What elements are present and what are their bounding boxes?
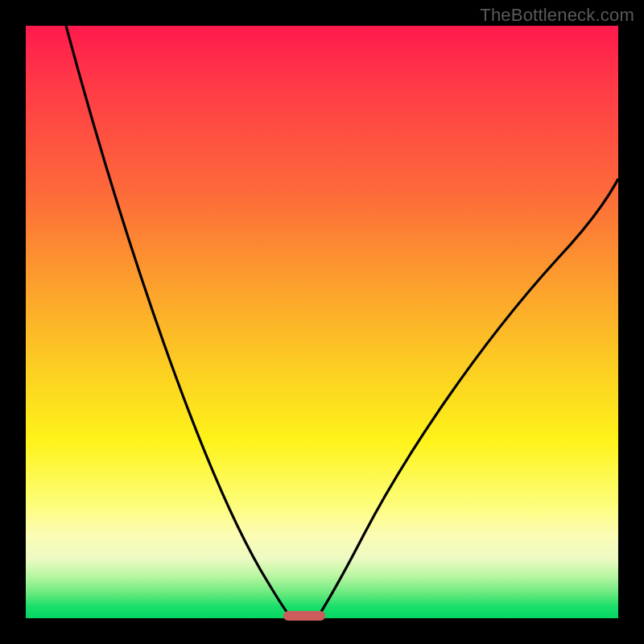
bottleneck-curve [26, 26, 618, 618]
optimal-range-marker [283, 611, 325, 621]
right-curve [317, 179, 618, 618]
attribution-label: TheBottleneck.com [480, 5, 634, 26]
left-curve [66, 26, 291, 618]
plot-area [26, 26, 618, 618]
chart-frame: TheBottleneck.com [0, 0, 644, 644]
